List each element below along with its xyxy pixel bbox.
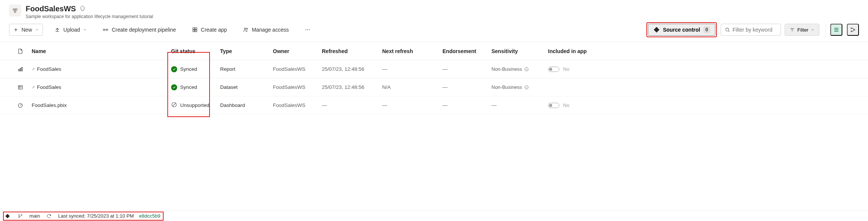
chevron-down-icon (35, 28, 39, 32)
items-table: Name Git status Type Owner Refreshed Nex… (0, 42, 868, 114)
item-name[interactable]: FoodSales.pbix (32, 102, 67, 108)
col-next-refresh[interactable]: Next refresh (382, 48, 442, 54)
included-value: No (563, 66, 569, 72)
premium-icon (80, 5, 86, 12)
svg-point-1 (15, 9, 17, 11)
more-button[interactable] (300, 24, 315, 36)
git-status-value: Synced (180, 84, 197, 90)
filter-keyword-input[interactable] (732, 27, 777, 33)
item-name[interactable]: FoodSales (37, 66, 61, 72)
source-control-button[interactable]: Source control 0 (648, 24, 715, 36)
upload-button[interactable]: Upload (50, 24, 91, 36)
source-control-highlight: Source control 0 (646, 22, 717, 37)
svg-rect-19 (20, 68, 21, 71)
app-icon (192, 27, 198, 33)
source-control-count: 0 (703, 26, 710, 33)
included-toggle[interactable] (548, 67, 559, 72)
new-label: New (21, 27, 32, 33)
next-refresh-value: — (382, 66, 442, 72)
type-value: Report (220, 66, 273, 72)
next-refresh-value: — (382, 102, 442, 108)
git-icon (653, 26, 660, 33)
filter-keyword-field[interactable] (721, 24, 781, 36)
svg-point-4 (106, 29, 108, 30)
endorsement-value: — (442, 66, 491, 72)
endorsement-value: — (442, 84, 491, 90)
svg-point-3 (103, 29, 105, 30)
git-status-icon (171, 84, 177, 90)
col-type[interactable]: Type (220, 48, 273, 54)
col-sensitivity[interactable]: Sensitivity (491, 48, 548, 54)
owner-value: FoodSalesWS (273, 84, 322, 90)
svg-rect-22 (18, 85, 23, 89)
create-app-button[interactable]: Create app (187, 24, 231, 36)
manage-access-button[interactable]: Manage access (238, 24, 293, 36)
git-status-value: Unsupported (180, 102, 209, 108)
svg-point-9 (244, 28, 246, 29)
svg-point-12 (307, 29, 308, 30)
dashboard-icon (9, 102, 32, 108)
lineage-icon (850, 27, 856, 33)
workspace-header: FoodSalesWS Sample workspace for applica… (0, 0, 868, 22)
list-view-button[interactable] (830, 24, 842, 36)
filter-icon (790, 27, 795, 32)
svg-rect-6 (195, 28, 197, 30)
more-icon (305, 27, 311, 33)
next-refresh-value: N/A (382, 84, 442, 90)
refreshed-value: — (322, 102, 382, 108)
svg-rect-7 (193, 30, 195, 32)
create-app-label: Create app (201, 27, 227, 33)
svg-point-17 (854, 29, 855, 30)
svg-rect-18 (18, 69, 19, 71)
source-control-label: Source control (663, 27, 700, 33)
sensitivity-value: Non-Business (491, 84, 522, 90)
item-name[interactable]: FoodSales (37, 84, 61, 90)
included-value: No (563, 102, 569, 108)
owner-value: FoodSalesWS (273, 102, 322, 108)
filter-label: Filter (797, 27, 808, 33)
col-git-status[interactable]: Git status (171, 48, 220, 54)
workspace-title: FoodSalesWS (26, 5, 76, 13)
workspace-subtitle: Sample workspace for application lifecyc… (26, 14, 153, 19)
report-icon (9, 66, 32, 72)
git-status-icon (171, 102, 177, 109)
plus-icon (13, 27, 18, 32)
sensitivity-value: — (491, 102, 548, 108)
table-row[interactable]: ↗FoodSalesSyncedDatasetFoodSalesWS25/07/… (0, 78, 868, 96)
file-icon (17, 48, 23, 54)
type-value: Dashboard (220, 102, 273, 108)
col-included[interactable]: Included in app (548, 48, 859, 54)
svg-point-14 (726, 28, 729, 31)
col-name[interactable]: Name (32, 48, 171, 54)
sensitivity-value: Non-Business (491, 66, 522, 72)
create-deployment-button[interactable]: Create deployment pipeline (98, 24, 180, 36)
git-status-value: Synced (180, 66, 197, 72)
new-button[interactable]: New (9, 24, 43, 36)
upload-icon (54, 27, 60, 33)
col-owner[interactable]: Owner (273, 48, 322, 54)
table-row[interactable]: ↗FoodSalesSyncedReportFoodSalesWS25/07/2… (0, 60, 868, 78)
table-header: Name Git status Type Owner Refreshed Nex… (0, 42, 868, 60)
refreshed-value: 25/07/23, 12:48:56 (322, 84, 382, 90)
deploy-label: Create deployment pipeline (112, 27, 176, 33)
upload-label: Upload (63, 27, 80, 33)
link-caret-icon: ↗ (32, 67, 35, 71)
svg-point-16 (851, 31, 852, 32)
table-row[interactable]: FoodSales.pbixUnsupportedDashboardFoodSa… (0, 96, 868, 114)
link-caret-icon: ↗ (32, 85, 35, 89)
git-status-icon (171, 66, 177, 72)
type-value: Dataset (220, 84, 273, 90)
list-icon (833, 27, 839, 33)
manage-access-label: Manage access (252, 27, 289, 33)
col-refreshed[interactable]: Refreshed (322, 48, 382, 54)
lineage-view-button[interactable] (847, 24, 859, 36)
svg-point-10 (246, 28, 248, 29)
included-toggle[interactable] (548, 103, 559, 108)
toolbar: New Upload Create deployment pipeline Cr… (0, 22, 868, 42)
info-icon (524, 67, 529, 72)
svg-point-11 (306, 29, 306, 30)
people-icon (243, 27, 249, 33)
refreshed-value: 25/07/23, 12:48:56 (322, 66, 382, 72)
col-endorsement[interactable]: Endorsement (442, 48, 491, 54)
filter-button[interactable]: Filter (785, 24, 819, 36)
